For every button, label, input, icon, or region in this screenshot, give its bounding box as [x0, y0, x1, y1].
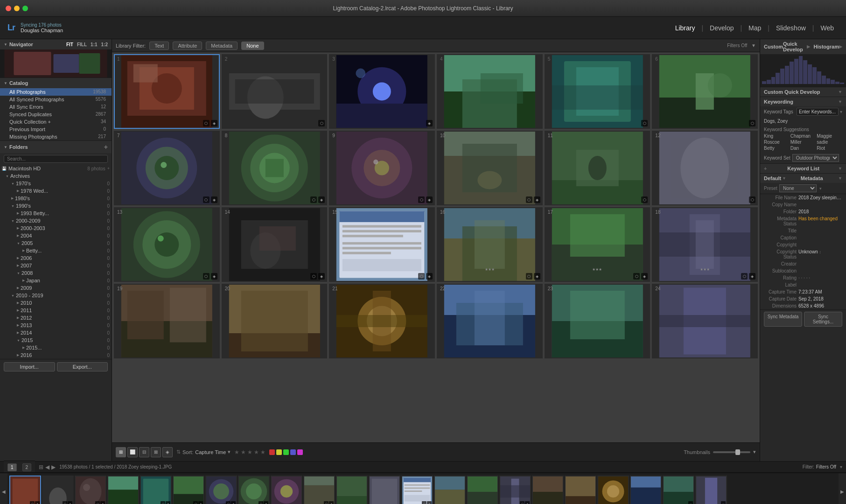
folder-japan[interactable]: ▶ Japan 0: [0, 277, 112, 284]
maximize-button[interactable]: [22, 6, 28, 11]
nav-1-1[interactable]: 1:1: [91, 42, 97, 47]
color-red[interactable]: [269, 449, 275, 455]
kw-sadie[interactable]: sadie: [817, 140, 842, 145]
folder-2009[interactable]: ▶ 2009 0: [0, 284, 112, 292]
film-item-11[interactable]: [336, 476, 368, 504]
photo-cell-18[interactable]: 18 ⬡ ◈ ★★★: [652, 207, 758, 282]
photo-cell-15[interactable]: 15 ⬡ ◈: [329, 207, 435, 282]
film-item-1[interactable]: ⬡ ◈: [9, 476, 41, 504]
photo-cell-2[interactable]: 2 ⬡: [222, 54, 328, 129]
folder-2000-2009[interactable]: ▼ 2000-2009 0: [0, 217, 112, 224]
status-tab-2[interactable]: 2: [22, 463, 32, 471]
star-1[interactable]: ★: [234, 449, 239, 455]
kw-chapman[interactable]: Chapman: [790, 133, 816, 139]
photo-cell-19[interactable]: 19: [114, 284, 220, 358]
catalog-synced-dupes[interactable]: Synced Duplicates 2867: [0, 111, 112, 118]
kw-king[interactable]: King: [764, 133, 790, 139]
folder-1980s[interactable]: ▶ 1980's 0: [0, 195, 112, 202]
nav-grid-icon[interactable]: ⊞: [39, 464, 43, 470]
photo-cell-22[interactable]: 22: [437, 284, 543, 358]
filmstrip-scroll-right[interactable]: ▶: [839, 473, 846, 504]
photo-cell-20[interactable]: 20: [222, 284, 328, 358]
sort-value[interactable]: Capture Time: [195, 449, 226, 455]
meta-rating-value[interactable]: · · · · ·: [798, 275, 842, 280]
filter-toggle-icon[interactable]: ▼: [751, 43, 756, 48]
nav-fit[interactable]: FIT: [66, 42, 73, 47]
catalog-missing-photos[interactable]: Missing Photographs 217: [0, 133, 112, 140]
photo-cell-7[interactable]: 7 ⬡ ◈: [114, 131, 220, 205]
keyword-list-header[interactable]: + Keyword List ▼: [760, 164, 846, 173]
nav-prev-icon[interactable]: ◀: [45, 464, 49, 470]
film-item-4[interactable]: [107, 476, 139, 504]
close-button[interactable]: [6, 6, 11, 11]
folder-2000-2003[interactable]: ▶ 2000-2003 0: [0, 224, 112, 232]
metadata-collapse[interactable]: ▼: [838, 176, 842, 181]
sort-dropdown-icon[interactable]: ▾: [228, 449, 231, 455]
nav-web[interactable]: Web: [816, 22, 839, 34]
film-item-22[interactable]: [630, 476, 662, 504]
nav-library[interactable]: Library: [671, 22, 700, 34]
photo-cell-6[interactable]: 6 ⬡: [652, 54, 758, 129]
folder-2006[interactable]: ▶ 2006 0: [0, 254, 112, 262]
catalog-all-photos[interactable]: All Photographs 19538: [0, 88, 112, 96]
folder-2015-sub[interactable]: ▶ 2015... 0: [0, 344, 112, 351]
catalog-synced-photos[interactable]: All Synced Photographs 5576: [0, 96, 112, 103]
nav-map[interactable]: Map: [744, 22, 766, 34]
photo-cell-16[interactable]: 16 ⬡ ◈ ★★★: [437, 207, 543, 282]
grid-view-btn[interactable]: ⊞: [116, 447, 126, 457]
folder-2005[interactable]: ▼ 2005 0: [0, 239, 112, 247]
film-item-7[interactable]: ⬡ ◈: [205, 476, 237, 504]
film-item-24[interactable]: ···: [695, 476, 727, 504]
filter-metadata-btn[interactable]: Metadata: [206, 42, 238, 50]
kw-miller[interactable]: Miller: [790, 140, 816, 145]
nav-develop[interactable]: Develop: [705, 22, 738, 34]
film-item-9[interactable]: [271, 476, 302, 504]
photo-cell-5[interactable]: 5 ⬡: [545, 54, 650, 129]
film-item-8[interactable]: ⬡ ◈: [238, 476, 270, 504]
photo-cell-12[interactable]: 12 ⬡: [652, 131, 758, 205]
people-view-btn[interactable]: ◈: [162, 447, 173, 457]
survey-view-btn[interactable]: ⊠: [151, 447, 161, 457]
add-keyword-icon[interactable]: +: [764, 166, 767, 171]
photo-cell-14[interactable]: 14 ⬡ ◈: [222, 207, 328, 282]
film-item-10[interactable]: ⬡ ◈: [303, 476, 335, 504]
film-item-17[interactable]: [467, 476, 498, 504]
metadata-header[interactable]: Default ▾ Metadata ▼: [760, 174, 846, 183]
folder-2016[interactable]: ▶ 2016 0: [0, 351, 112, 359]
loupe-view-btn[interactable]: ⬜: [127, 447, 138, 457]
minimize-button[interactable]: [14, 6, 20, 11]
kw-maggie[interactable]: Maggie: [817, 133, 842, 139]
film-item-5[interactable]: ⬡ ◈: [140, 476, 172, 504]
folder-betty[interactable]: ▶ Betty... 0: [0, 247, 112, 254]
kw-dan[interactable]: Dan: [790, 146, 816, 151]
compare-view-btn[interactable]: ⊟: [139, 447, 149, 457]
folder-search-input[interactable]: [4, 155, 108, 163]
folder-2011[interactable]: ▶ 2011 0: [0, 307, 112, 314]
photo-cell-13[interactable]: 13 ⬡ ◈: [114, 207, 220, 282]
folder-2007[interactable]: ▶ 2007 0: [0, 262, 112, 269]
catalog-header[interactable]: ▼ Catalog: [0, 78, 112, 88]
photo-cell-21[interactable]: 21: [329, 284, 435, 358]
histogram-collapse[interactable]: ▶: [839, 44, 842, 49]
star-2[interactable]: ★: [241, 449, 246, 455]
keyword-set-select[interactable]: Outdoor Photogra...: [792, 154, 839, 162]
photo-cell-24[interactable]: 24: [652, 284, 758, 358]
folder-1993-betty[interactable]: ▶ 1993 Betty... 0: [0, 210, 112, 217]
folder-add-icon[interactable]: +: [107, 166, 110, 171]
keyword-list-collapse[interactable]: ▼: [838, 166, 842, 171]
photo-cell-8[interactable]: 8 ⬡ ◈: [222, 131, 328, 205]
filter-none-btn[interactable]: None: [241, 42, 264, 50]
folder-1970s[interactable]: ▼ 1970's 0: [0, 180, 112, 187]
catalog-quick-collection[interactable]: Quick Collection + 34: [0, 118, 112, 126]
keywording-header[interactable]: Keywording ▼: [760, 97, 846, 106]
folder-2008[interactable]: ▼ 2008 0: [0, 269, 112, 277]
export-button[interactable]: Export...: [57, 362, 108, 371]
preset-arrow[interactable]: ▾: [819, 186, 822, 191]
import-button[interactable]: Import...: [4, 362, 55, 371]
folder-1978[interactable]: ▶ 1978 Wed... 0: [0, 187, 112, 195]
catalog-previous-import[interactable]: Previous Import 0: [0, 126, 112, 133]
star-4[interactable]: ★: [254, 449, 259, 455]
film-item-2[interactable]: ⬡ ◈: [42, 476, 74, 504]
folder-1990s[interactable]: ▼ 1990's 0: [0, 202, 112, 210]
photo-cell-4[interactable]: 4: [437, 54, 543, 129]
